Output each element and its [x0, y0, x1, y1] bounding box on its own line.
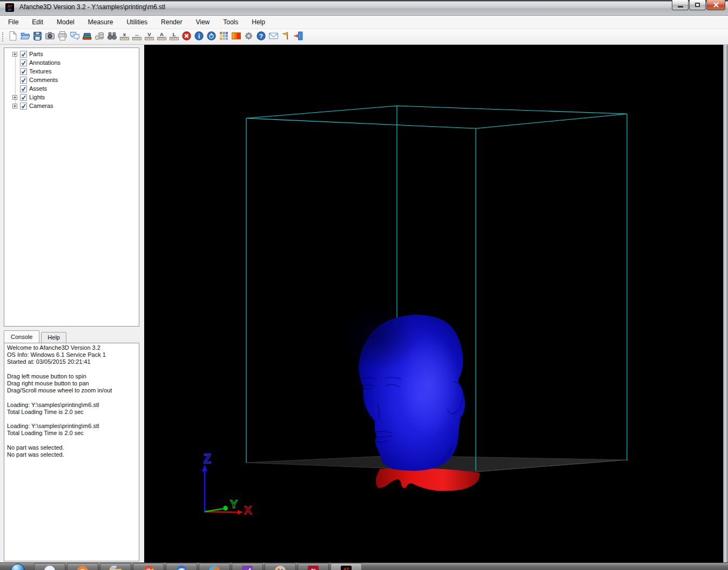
material-color-icon [231, 31, 241, 43]
check-icon [21, 103, 26, 109]
checkbox-assets[interactable] [20, 85, 27, 92]
toolbar-3d-primitives-button[interactable] [93, 31, 105, 43]
expander-lights[interactable] [12, 95, 17, 100]
toolbar-settings-gear-button[interactable] [242, 31, 254, 43]
menu-item-file[interactable]: File [3, 17, 23, 28]
x-axis-arrowhead [238, 510, 243, 515]
tree-item-annotations[interactable]: Annotations [4, 58, 139, 67]
toolbar-measure-x-button[interactable]: x [118, 31, 130, 43]
measure-x-icon: x [119, 31, 130, 43]
toolbar-stop-button[interactable] [180, 31, 192, 43]
toolbar-material-color-button[interactable] [230, 31, 242, 43]
toolbar-screenshot-camera-button[interactable] [44, 31, 56, 43]
toolbar-open-folder-button[interactable] [19, 31, 31, 43]
measure-a-icon: A [157, 31, 167, 43]
toolbar-exit-door-button[interactable] [292, 31, 304, 43]
menu-item-utilities[interactable]: Utilities [122, 17, 152, 28]
toolbar-measure-v-button[interactable]: V [143, 31, 155, 43]
svg-text:V: V [147, 31, 151, 37]
taskbar-button-afanche3d[interactable]: AT3D [331, 563, 362, 570]
minimize-button[interactable] [672, 0, 689, 10]
tree-item-cameras[interactable]: Cameras [4, 101, 139, 110]
flash-icon: F [307, 565, 320, 570]
toolbar-measure-distance-button[interactable]: ↔ [131, 31, 143, 43]
checkbox-textures[interactable] [20, 68, 27, 75]
console-line: Drag right mouse button to pan [7, 380, 136, 387]
start-button[interactable] [2, 563, 34, 570]
toolbar-search-binoculars-button[interactable] [106, 31, 118, 43]
panel-tabs: ConsoleHelp [4, 330, 68, 343]
toolbar-books-button[interactable] [81, 31, 93, 43]
toolbar-save-button[interactable] [31, 31, 43, 43]
console-line: Loading: Y:\samples\printing\m6.stl [7, 423, 136, 430]
model-head[interactable] [339, 304, 465, 471]
toolbar-measure-l-button[interactable]: L [168, 31, 180, 43]
taskbar-button-firefox[interactable] [199, 563, 230, 570]
taskbar-button-thunderbird[interactable] [166, 563, 197, 570]
taskbar-button-paint[interactable] [265, 563, 296, 570]
new-document-icon [8, 31, 18, 43]
axis-triad: Z Y X [202, 452, 252, 516]
check-icon [21, 69, 26, 74]
tree-item-assets[interactable]: Assets [4, 84, 139, 93]
checkbox-parts[interactable] [20, 51, 27, 58]
check-icon [21, 51, 26, 57]
console-line: Total Loading Time is 2.0 sec [7, 430, 136, 437]
toolbar-measure-a-button[interactable]: A [156, 31, 167, 43]
toolbar-print-button[interactable] [56, 31, 68, 43]
tab-console[interactable]: Console [4, 330, 39, 343]
help-icon: ? [256, 31, 266, 43]
expander-cameras[interactable] [12, 104, 17, 108]
title-bar: AT 3D Afanche3D Version 3.2 - Y:\samples… [0, 0, 728, 16]
application-window: AT 3D Afanche3D Version 3.2 - Y:\samples… [0, 0, 728, 570]
toolbar-color-palette-button[interactable] [218, 31, 230, 43]
checkbox-comments[interactable] [20, 77, 27, 84]
toolbar-power-button[interactable] [205, 31, 217, 43]
menu-item-measure[interactable]: Measure [83, 17, 118, 28]
toolbar-new-document-button[interactable] [6, 31, 18, 43]
tree-label-cameras: Cameras [29, 103, 53, 109]
taskbar-button-internet-explorer[interactable]: e [34, 563, 65, 570]
toolbar-info-button[interactable]: i [193, 31, 205, 43]
toolbar-comments-button[interactable] [69, 31, 80, 43]
maximize-button[interactable] [689, 0, 706, 10]
tree-label-lights: Lights [29, 94, 45, 100]
console-line: Drag/Scroll mouse wheel to zoom in/out [7, 387, 136, 394]
menu-item-view[interactable]: View [191, 17, 214, 28]
checkbox-annotations[interactable] [20, 59, 27, 66]
flag-icon [281, 31, 291, 43]
taskbar-button-flash[interactable]: F [298, 563, 329, 570]
toolbar-help-button[interactable]: ? [255, 31, 267, 43]
media-player-icon [76, 565, 89, 570]
menu-item-model[interactable]: Model [52, 17, 79, 28]
color-palette-icon [219, 31, 229, 43]
expander-parts[interactable] [12, 52, 17, 57]
toolbar-email-button[interactable] [267, 31, 279, 43]
minimize-icon [678, 6, 683, 8]
taskbar-button-chrome[interactable] [133, 563, 164, 570]
comments-icon [70, 31, 80, 43]
menu-item-render[interactable]: Render [156, 17, 187, 28]
taskbar-button-office-app[interactable] [232, 563, 263, 570]
viewport-canvas[interactable]: Z Y X [144, 45, 723, 562]
windows-start-orb-icon [11, 564, 25, 570]
tree-item-comments[interactable]: Comments [4, 76, 139, 84]
taskbar-button-file-explorer[interactable] [100, 563, 131, 570]
tab-help[interactable]: Help [41, 332, 66, 343]
sidebar: PartsAnnotationsTexturesCommentsAssetsLi… [0, 45, 144, 562]
tree-item-parts[interactable]: Parts [4, 50, 139, 58]
tree-label-comments: Comments [29, 77, 58, 83]
model-support-neck[interactable] [376, 468, 480, 491]
toolbar-grip[interactable] [2, 32, 4, 42]
exit-door-icon [293, 31, 304, 43]
tree-item-textures[interactable]: Textures [4, 67, 139, 76]
toolbar-flag-button[interactable] [280, 31, 292, 43]
taskbar-button-media-player[interactable] [67, 563, 98, 570]
close-button[interactable] [706, 0, 725, 10]
menu-item-edit[interactable]: Edit [27, 17, 48, 28]
checkbox-cameras[interactable] [20, 103, 27, 110]
menu-item-help[interactable]: Help [247, 17, 270, 28]
tree-item-lights[interactable]: Lights [4, 93, 139, 101]
checkbox-lights[interactable] [20, 94, 27, 101]
menu-item-tools[interactable]: Tools [218, 17, 243, 28]
